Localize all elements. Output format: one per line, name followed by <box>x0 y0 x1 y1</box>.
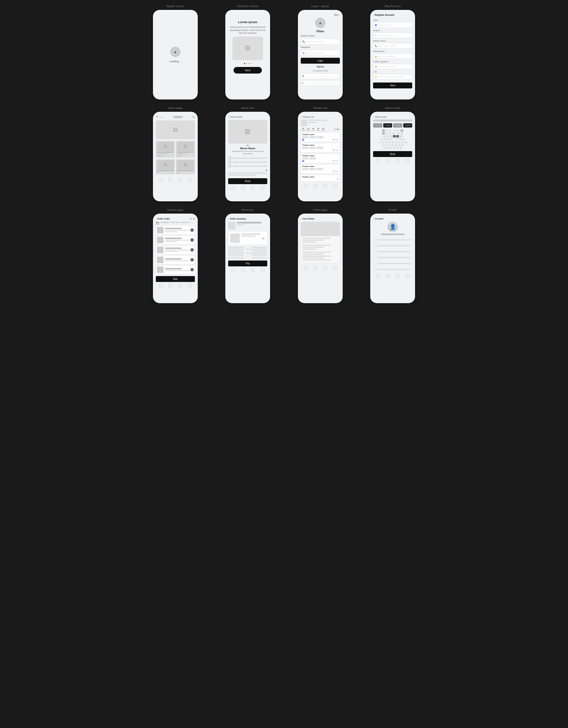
sum-nav-profile[interactable] <box>261 268 264 272</box>
search-icon[interactable]: 🔍 <box>192 116 195 118</box>
ticket-nav-home[interactable] <box>304 266 308 270</box>
snack-add-2[interactable]: + <box>190 238 194 242</box>
sum-nav-tickets[interactable] <box>251 268 255 272</box>
seat-e5[interactable]: 6 <box>391 141 394 144</box>
th-date-5[interactable]: 15 WED <box>321 128 325 131</box>
seat-d2[interactable]: 22 <box>384 138 387 140</box>
seat-e9[interactable]: 10 <box>404 141 407 144</box>
seat-b4[interactable]: 10 <box>392 132 395 135</box>
seat-b6[interactable]: 12 <box>400 132 403 135</box>
theater-item-3[interactable]: Theater name ♿ 📍 2 km <box>301 153 340 163</box>
mi-nav-profile[interactable] <box>261 186 264 190</box>
snacks-nav-tickets[interactable] <box>178 284 182 288</box>
th-nav-search[interactable] <box>313 184 317 188</box>
signup-button[interactable]: Signup <box>317 65 324 68</box>
seat-b1[interactable]: B <box>382 132 385 135</box>
seat-a3[interactable]: 3 <box>389 129 391 132</box>
seat-e2[interactable]: 3 <box>381 141 384 144</box>
th-date-1[interactable]: 12 TODAY <box>301 128 305 131</box>
seat-f3[interactable]: 3 <box>388 144 391 146</box>
password-input[interactable]: 🔒 Enter your password <box>301 50 340 56</box>
movie-card-3[interactable]: 🖼 ★ <box>156 159 175 174</box>
seat-g1[interactable]: 1 <box>383 147 386 149</box>
movie-card-4[interactable]: 🖼 ★ <box>176 159 195 174</box>
seats-nav-search[interactable] <box>386 159 390 163</box>
profile-nav-home[interactable] <box>376 274 380 278</box>
seats-book-button[interactable]: Book <box>373 151 412 157</box>
seat-d1[interactable]: 21 <box>380 138 383 140</box>
skip-link[interactable]: Skip > <box>334 14 340 16</box>
snack-add-3[interactable]: + <box>190 248 194 252</box>
th-filter-button[interactable]: ⊞ Filter <box>334 128 340 130</box>
mobile-input[interactable]: 📞 Enter mobile number <box>301 39 340 44</box>
seat-d4[interactable]: 24 <box>390 138 393 140</box>
profile-nav-search[interactable] <box>386 274 390 278</box>
th-nav-home[interactable] <box>304 184 308 188</box>
theater-item-5[interactable]: Theater name 📍 <box>301 175 340 182</box>
seats-nav-home[interactable] <box>376 159 380 163</box>
snack-tab-all[interactable]: ALL <box>156 221 160 224</box>
seat-c3[interactable]: 16 <box>390 135 392 137</box>
seats-nav-profile[interactable] <box>406 159 409 163</box>
seat-a2[interactable]: 2 <box>385 129 388 132</box>
snacks-skip-button[interactable]: Skip <box>156 276 195 282</box>
seat-c6[interactable]: 20 <box>399 135 402 137</box>
ticket-nav-profile[interactable] <box>333 266 337 270</box>
theater-item-4[interactable]: Theater name 📍 2 km <box>301 164 340 174</box>
seat-e8[interactable]: 9 <box>401 141 404 144</box>
profile-menu-item-4[interactable]: › <box>373 255 412 261</box>
ts-slot-4[interactable]: 7:30 PM <box>403 123 412 128</box>
reg-otp-input[interactable]: 🔑 Enter the otp sent to your mobile <box>373 74 412 79</box>
seat-e4[interactable]: 5 <box>388 141 391 144</box>
seat-d6[interactable]: 26 <box>399 138 402 140</box>
seat-b3[interactable]: 9 <box>389 132 391 135</box>
seat-a5[interactable]: 5 <box>397 129 400 132</box>
theater-item-2[interactable]: Theater name 📍 2 km <box>301 143 340 153</box>
reg-setpw-input[interactable]: 🔒 Enter your password <box>373 54 412 59</box>
seat-c4[interactable]: 17 <box>393 135 396 137</box>
sum-nav-home[interactable] <box>231 268 235 272</box>
snack-tab-popcorn[interactable]: POPCORN <box>170 221 180 224</box>
seat-d3[interactable]: 23 <box>387 138 390 140</box>
reg-email-input[interactable]: ✉ Enter your email id <box>373 33 412 38</box>
ticket-nav-search[interactable] <box>313 266 317 270</box>
mi-back-icon[interactable]: ‹ <box>228 116 229 118</box>
profile-nav-tickets[interactable] <box>396 274 399 278</box>
snacks-nav-home[interactable] <box>159 284 163 288</box>
th-nav-profile[interactable] <box>333 184 337 188</box>
seat-c5[interactable]: 18 <box>396 135 399 137</box>
theater-item-1[interactable]: Theater name ♿ 📍 2 km <box>301 132 340 142</box>
seat-g5[interactable]: 9 <box>396 147 399 149</box>
nav-profile[interactable] <box>188 178 192 182</box>
mi-nav-search[interactable] <box>241 186 245 190</box>
login-button[interactable]: Login <box>301 58 340 64</box>
seat-f4[interactable]: 4 <box>391 144 394 146</box>
snack-add-1[interactable]: + <box>190 228 194 232</box>
seat-f6[interactable]: 9 <box>398 144 401 146</box>
ts-slot-2[interactable]: 7:30 PM <box>383 123 392 128</box>
movie-card-2[interactable]: 🖼 ★ ★ ★ <box>176 141 195 158</box>
seat-e7[interactable]: 8 <box>398 141 401 144</box>
pay-button[interactable]: Pay <box>228 261 267 266</box>
seat-g4[interactable]: 8 <box>393 147 396 149</box>
reg-confirmpw-input[interactable]: 🔒 Enter your password <box>373 64 412 69</box>
profile-nav-profile[interactable] <box>406 274 409 278</box>
seat-g6[interactable]: 10 <box>399 147 402 149</box>
snack-tab-burger[interactable]: BURGER <box>161 221 169 224</box>
nav-home[interactable] <box>159 178 163 182</box>
mi-nav-home[interactable] <box>231 186 235 190</box>
nav-tickets[interactable] <box>178 178 182 182</box>
profile-menu-item-1[interactable]: › <box>373 237 412 243</box>
city-selector[interactable] <box>173 116 183 119</box>
seat-b5[interactable]: 11 <box>397 132 400 135</box>
th-nav-tickets[interactable] <box>323 184 327 188</box>
nav-search[interactable] <box>169 178 172 182</box>
seat-f1[interactable]: 1 <box>381 144 384 146</box>
reg-mobile-input[interactable]: 📞 Enter mobile number <box>373 43 412 48</box>
movie-card-1[interactable]: 🖼 ★ ★ ★ <box>156 141 175 158</box>
th-date-2[interactable]: 13 MON <box>306 128 310 131</box>
snacks-filter-icon[interactable]: ⊞ <box>193 218 195 220</box>
seat-f7[interactable]: 10 <box>401 144 404 146</box>
seat-a1[interactable]: A <box>382 129 385 132</box>
seat-f5[interactable]: 5 <box>395 144 397 146</box>
